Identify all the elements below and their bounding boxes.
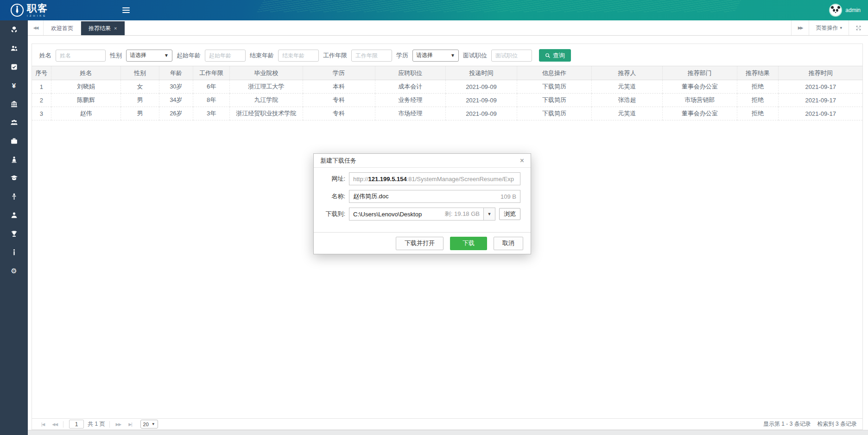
table-cell: 市场经理 <box>375 107 445 120</box>
table-cell: 董事会办公室 <box>662 107 737 120</box>
download-resume-link[interactable]: 下载简历 <box>517 94 591 107</box>
sidebar-item-team-icon[interactable] <box>0 113 28 132</box>
search-icon <box>545 53 551 58</box>
work-years-input[interactable] <box>351 50 392 62</box>
education-select[interactable]: 请选择 ▼ <box>412 50 459 62</box>
table-row: 3赵伟男26岁3年浙江经贸职业技术学院专科市场经理2021-09-09下载简历元… <box>32 107 862 120</box>
cubes-icon <box>10 26 18 34</box>
first-page-icon[interactable]: |◀ <box>38 422 48 427</box>
gender-select[interactable]: 请选择 ▼ <box>126 50 172 62</box>
url-input[interactable]: http://121.199.5.154:81/SystemManage/Scr… <box>349 172 520 185</box>
tab-bar: ◀◀ 欢迎首页 推荐结果 × ▶▶ 页签操作 ▾ <box>28 20 868 36</box>
fullscreen-icon[interactable] <box>849 20 868 35</box>
column-header: 推荐结果 <box>737 66 779 80</box>
sidebar-nav: ¥⚙ <box>0 20 28 435</box>
page-size-value: 20 <box>143 422 149 427</box>
sidebar-item-info-icon[interactable] <box>0 243 28 261</box>
dialog-footer: 下载并打开 下载 取消 <box>314 232 531 254</box>
table-cell: 拒绝 <box>737 94 779 107</box>
search-button-label: 查询 <box>553 51 565 60</box>
file-size-label: 109 B <box>501 193 516 200</box>
person-arms-icon <box>10 193 18 201</box>
sidebar-item-user-icon[interactable] <box>0 206 28 224</box>
table-header-row: 序号姓名性别年龄工作年限毕业院校学历应聘职位投递时间信息操作推荐人推荐部门推荐结… <box>32 66 862 80</box>
table-cell: 2 <box>32 94 51 107</box>
speaker-icon <box>10 156 18 164</box>
username-label[interactable]: admin <box>845 7 861 13</box>
download-resume-link[interactable]: 下载简历 <box>517 80 591 94</box>
close-tab-icon[interactable]: × <box>114 25 117 31</box>
sidebar-item-briefcase-icon[interactable] <box>0 132 28 150</box>
tab-recommend-results[interactable]: 推荐结果 × <box>81 21 125 35</box>
next-page-icon[interactable]: ▶▶ <box>112 422 125 427</box>
table-cell: 34岁 <box>159 94 193 107</box>
chevron-down-icon: ▾ <box>840 25 842 30</box>
destination-dropdown-icon[interactable]: ▼ <box>483 208 495 221</box>
total-pages-label: 共 1 页 <box>88 420 105 428</box>
pagination-bar: |◀ ◀◀ 共 1 页 ▶▶ ▶| 20 ▼ 显示第 1 - 3 条记录 检索到… <box>32 418 862 429</box>
logo-subtext: IZHIKE <box>27 14 48 17</box>
tab-welcome[interactable]: 欢迎首页 <box>44 21 81 35</box>
sidebar-item-cubes-icon[interactable] <box>0 20 28 39</box>
name-filter-input[interactable] <box>56 50 106 62</box>
table-cell: 专科 <box>303 107 375 120</box>
filename-input[interactable]: 赵伟简历.doc 109 B <box>349 190 520 203</box>
sidebar-item-users-icon[interactable] <box>0 39 28 57</box>
interview-position-input[interactable] <box>491 50 532 62</box>
sidebar-item-bank-icon[interactable] <box>0 95 28 113</box>
page-size-select[interactable]: 20 ▼ <box>140 420 158 429</box>
table-cell: 女 <box>121 80 159 94</box>
sidebar-item-person-arms-icon[interactable] <box>0 187 28 206</box>
logo-text: 职客 <box>27 3 48 13</box>
search-button[interactable]: 查询 <box>539 49 571 62</box>
download-resume-link[interactable]: 下载简历 <box>517 107 591 120</box>
sidebar-item-gears-icon[interactable]: ⚙ <box>0 261 28 280</box>
table-cell: 2021-09-09 <box>445 107 517 120</box>
menu-toggle-icon[interactable] <box>122 6 130 14</box>
sidebar-item-graduation-cap-icon[interactable] <box>0 169 28 187</box>
destination-input[interactable]: C:\Users\Lenovo\Desktop 剩: 19.18 GB <box>349 208 483 221</box>
end-age-input[interactable] <box>278 50 319 62</box>
column-header: 序号 <box>32 66 51 80</box>
table-cell: 专科 <box>303 94 375 107</box>
table-cell: 成本会计 <box>375 80 445 94</box>
start-age-input[interactable] <box>205 50 246 62</box>
scroll-tabs-right-icon[interactable]: ▶▶ <box>791 20 809 35</box>
prev-page-icon[interactable]: ◀◀ <box>48 422 61 427</box>
table-cell: 男 <box>121 94 159 107</box>
bottom-strip <box>28 430 868 435</box>
dialog-close-icon[interactable]: × <box>520 157 524 164</box>
briefcase-icon <box>10 137 18 145</box>
filter-label-end-age: 结束年龄 <box>250 51 274 60</box>
filter-bar: 姓名 性别 请选择 ▼ 起始年龄 结束年龄 工作年限 学历 请选择 ▼ 面试职位… <box>32 44 862 66</box>
table-cell: 市场营销部 <box>662 94 737 107</box>
download-and-open-button[interactable]: 下载并打开 <box>396 237 444 250</box>
browse-button[interactable]: 浏览 <box>499 208 520 220</box>
page-number-input[interactable] <box>69 420 84 429</box>
url-prefix: http:// <box>353 176 368 183</box>
user-icon <box>10 211 18 219</box>
table-cell: 6年 <box>193 80 230 94</box>
sidebar-item-yen-icon[interactable]: ¥ <box>0 76 28 95</box>
column-header: 学历 <box>303 66 375 80</box>
avatar[interactable] <box>829 4 842 17</box>
column-header: 推荐部门 <box>662 66 737 80</box>
last-page-icon[interactable]: ▶| <box>125 422 135 427</box>
url-label: 网址: <box>314 175 349 183</box>
filter-label-interview-position: 面试职位 <box>463 51 487 60</box>
bank-icon <box>10 100 18 108</box>
tab-label: 推荐结果 <box>89 25 111 32</box>
filter-label-work-years: 工作年限 <box>323 51 347 60</box>
sidebar-item-check-square-icon[interactable] <box>0 57 28 76</box>
table-cell: 2021-09-17 <box>779 80 862 94</box>
table-cell: 业务经理 <box>375 94 445 107</box>
sidebar-item-speaker-icon[interactable] <box>0 150 28 169</box>
sidebar-item-trophy-icon[interactable] <box>0 224 28 243</box>
free-space-label: 剩: 19.18 GB <box>445 210 480 218</box>
cancel-button[interactable]: 取消 <box>494 237 523 250</box>
scroll-tabs-left-icon[interactable]: ◀◀ <box>28 20 44 35</box>
download-button[interactable]: 下载 <box>450 237 487 250</box>
records-summary: 显示第 1 - 3 条记录 <box>763 420 811 428</box>
tab-operations-dropdown[interactable]: 页签操作 ▾ <box>809 20 849 35</box>
url-host: 121.199.5.154 <box>368 176 407 183</box>
